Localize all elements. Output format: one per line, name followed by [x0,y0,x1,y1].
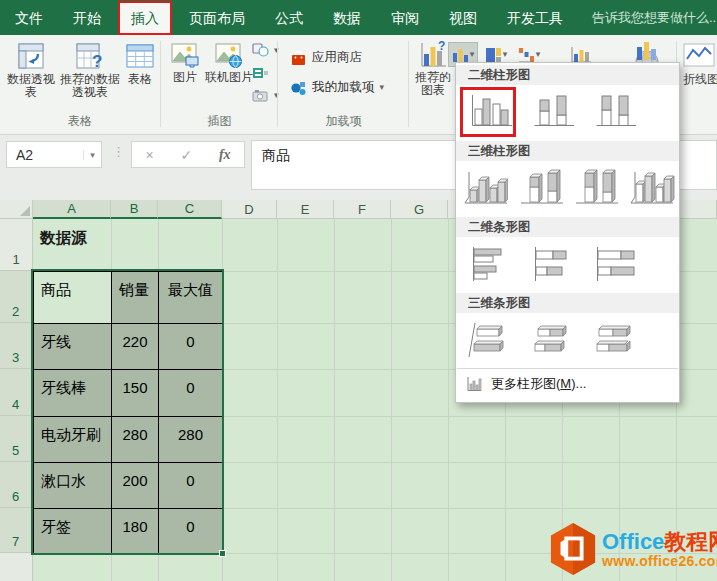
my-addins-caret-icon: ▾ [380,83,385,92]
row-header-6[interactable]: 6 [0,462,33,508]
tab-data[interactable]: 数据 [318,1,376,35]
dropdown-row-2d-column [456,85,679,137]
chart-type-clustered-column[interactable] [464,90,516,134]
cell-c7[interactable]: 0 [159,509,223,554]
recommended-pivottables-label: 推荐的数据透视表 [59,73,121,99]
cell-b5[interactable]: 280 [112,417,159,463]
pivottable-button[interactable]: 数据透视表 [4,40,58,99]
cell-c4[interactable]: 0 [159,370,223,417]
dropdown-row-2d-bar [456,237,679,289]
insert-function-button[interactable]: fx [219,147,231,163]
more-column-charts-label: 更多柱形图(M)... [491,375,586,393]
formula-buttons: × ✓ fx [131,141,245,168]
cell-a4[interactable]: 牙线棒 [34,370,112,417]
chart-type-100-stacked-bar[interactable] [588,242,640,286]
chart-type-stacked-column[interactable] [526,90,578,134]
recommended-pivottables-button[interactable]: ? 推荐的数据透视表 [59,40,121,99]
sparkline-line-label: 折线图 [683,73,717,86]
cancel-button[interactable]: × [145,147,153,163]
tab-review[interactable]: 审阅 [376,1,434,35]
chart-type-3d-100-stacked-column[interactable] [572,166,622,210]
insert-waterfall-chart-icon [518,47,535,63]
gridline [448,219,449,581]
table-button[interactable]: 表格 [122,40,158,86]
chart-type-3d-100-stacked-bar[interactable] [588,318,640,362]
smartart-icon [252,66,269,80]
tab-formulas[interactable]: 公式 [260,1,318,35]
col-header-b[interactable]: B [111,200,158,219]
my-addins-button[interactable]: 我的加载项 ▾ [290,79,384,96]
store-button[interactable]: 应用商店 [290,49,362,66]
chart-type-3d-stacked-bar[interactable] [526,318,578,362]
chart-type-3d-clustered-column[interactable] [460,166,510,210]
name-box[interactable]: A2 ▾ [6,141,102,168]
sparkline-line-icon [683,43,715,67]
100-stacked-bar-icon [591,245,637,283]
tab-home[interactable]: 开始 [58,1,116,35]
chart-type-3d-column[interactable] [627,166,677,210]
row-header-3[interactable]: 3 [0,323,33,369]
tab-file[interactable]: 文件 [0,1,58,35]
col-header-c[interactable]: C [158,200,222,219]
online-pictures-button[interactable]: 联机图片 [204,40,254,84]
cell-b3[interactable]: 220 [112,324,159,370]
tab-developer[interactable]: 开发工具 [492,1,578,35]
col-header-f[interactable]: F [334,200,391,219]
smartart-button[interactable] [252,66,269,80]
chart-type-3d-clustered-bar[interactable] [464,318,516,362]
insert-hierarchy-chart-caret-icon: ▾ [503,50,508,59]
watermark-url: www.office26.com [602,553,717,569]
col-header-d[interactable]: D [222,200,277,219]
tab-insert[interactable]: 插入 [118,1,172,35]
cell-c5[interactable]: 280 [159,417,223,463]
tab-page-layout[interactable]: 页面布局 [174,1,260,35]
enter-button[interactable]: ✓ [180,147,192,163]
cell-c6[interactable]: 0 [159,463,223,509]
cell-c3[interactable]: 0 [159,324,223,370]
cell-b2[interactable]: 销量 [112,272,159,324]
shapes-button[interactable]: ▾ [252,43,279,57]
cell-b4[interactable]: 150 [112,370,159,417]
row-header-5[interactable]: 5 [0,416,33,462]
chart-type-stacked-bar[interactable] [526,242,578,286]
col-header-e[interactable]: E [277,200,334,219]
col-header-a[interactable]: A [33,200,111,219]
3d-clustered-bar-icon [467,321,513,359]
row-header-4[interactable]: 4 [0,369,33,416]
pictures-label: 图片 [167,71,203,84]
cell-a6[interactable]: 漱口水 [34,463,112,509]
more-column-charts-item[interactable]: 更多柱形图(M)... [456,369,679,398]
table-icon [126,41,154,71]
3d-100-stacked-bar-icon [591,321,637,359]
cell-a7[interactable]: 牙签 [34,509,112,554]
cell-a2-active[interactable]: 商品 [34,272,112,324]
chart-type-100-stacked-column[interactable] [588,90,640,134]
chart-type-3d-stacked-column[interactable] [516,166,566,210]
tell-me-text: 告诉我您想要做什么... [592,9,717,27]
group-separator [277,41,278,127]
cell-a1-title[interactable]: 数据源 [40,228,87,249]
col-header-g[interactable]: G [391,200,448,219]
select-all-button[interactable] [0,200,33,219]
chart-type-clustered-bar[interactable] [464,242,516,286]
row-header-7[interactable]: 7 [0,508,33,553]
row-header-8-partial[interactable] [0,553,33,581]
cell-a5[interactable]: 电动牙刷 [34,417,112,463]
pictures-button[interactable]: 图片 [167,40,203,84]
section-title-2d-bar: 二维条形图 [456,217,679,237]
tab-view[interactable]: 视图 [434,1,492,35]
cell-b7[interactable]: 180 [112,509,159,554]
3d-stacked-bar-icon [529,321,575,359]
row-header-1[interactable]: 1 [0,219,33,271]
gridline [277,219,278,581]
watermark: Office教程网 www.office26.com [549,522,717,576]
cell-a3[interactable]: 牙线 [34,324,112,370]
formula-bar-grip[interactable]: ⋮ [112,144,125,159]
screenshot-button[interactable]: ▾ [252,89,279,102]
cell-b6[interactable]: 200 [112,463,159,509]
sparkline-line-button[interactable]: 折线图 [683,43,717,86]
tell-me-box[interactable]: 告诉我您想要做什么... [586,9,717,27]
row-header-2[interactable]: 2 [0,271,33,323]
name-box-caret-icon: ▾ [83,150,101,160]
cell-c2[interactable]: 最大值 [159,272,223,324]
